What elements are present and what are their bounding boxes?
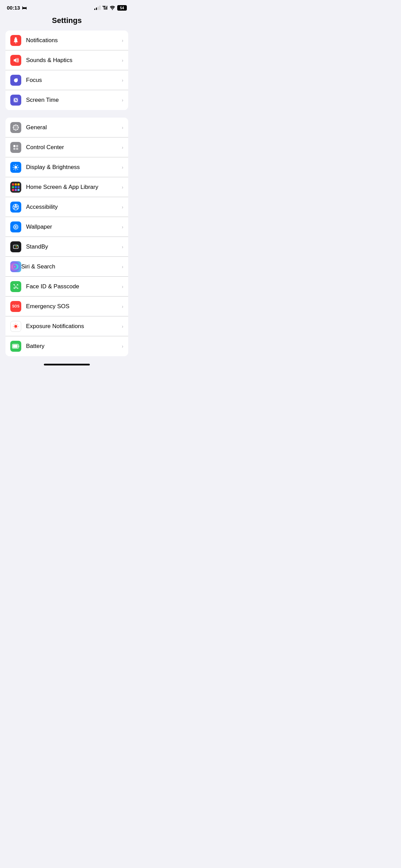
notifications-chevron: ›	[122, 38, 123, 43]
svg-point-26	[16, 286, 17, 286]
focus-label: Focus	[26, 77, 122, 84]
sos-icon: SOS	[10, 301, 21, 312]
svg-point-28	[14, 325, 17, 328]
svg-rect-1	[14, 41, 18, 42]
notifications-label: Notifications	[26, 37, 122, 44]
controlcenter-label: Control Center	[26, 144, 122, 151]
sounds-chevron: ›	[122, 58, 123, 63]
status-icons: 📶︎ 54	[94, 5, 127, 11]
signal-icon	[94, 5, 100, 10]
svg-point-36	[17, 327, 18, 328]
svg-point-35	[14, 327, 14, 328]
wifi-icon: 📶︎	[102, 5, 108, 11]
svg-point-34	[17, 324, 18, 325]
general-item[interactable]: General ›	[5, 118, 128, 137]
siri-label: Siri & Search	[21, 263, 122, 270]
settings-group-1: Notifications › Sounds & Haptics › Focus…	[5, 31, 128, 110]
homescreen-item[interactable]: Home Screen & App Library ›	[5, 177, 128, 197]
faceid-icon	[10, 281, 21, 292]
sos-item[interactable]: SOS Emergency SOS ›	[5, 297, 128, 316]
exposure-label: Exposure Notifications	[26, 323, 122, 330]
svg-point-29	[15, 324, 16, 324]
svg-point-25	[15, 286, 15, 286]
faceid-chevron: ›	[122, 284, 123, 289]
accessibility-icon	[10, 202, 21, 213]
svg-rect-14	[16, 148, 18, 150]
screentime-chevron: ›	[122, 97, 123, 103]
siri-icon	[10, 261, 21, 272]
battery-status: 54	[117, 5, 127, 11]
battery-item[interactable]: Battery ›	[5, 336, 128, 356]
battery-chevron: ›	[122, 343, 123, 349]
status-bar: 00:13 🛏 📶︎ 54	[0, 0, 134, 13]
status-time-area: 00:13 🛏	[7, 5, 27, 11]
siri-item[interactable]: Siri & Search ›	[5, 257, 128, 277]
display-label: Display & Brightness	[26, 164, 122, 171]
svg-point-15	[14, 166, 17, 169]
display-chevron: ›	[122, 165, 123, 170]
svg-point-31	[13, 326, 14, 327]
standby-chevron: ›	[122, 244, 123, 250]
exposure-item[interactable]: Exposure Notifications ›	[5, 316, 128, 336]
homescreen-label: Home Screen & App Library	[26, 184, 122, 191]
time-display: 00:13	[7, 5, 20, 11]
svg-point-33	[14, 324, 14, 325]
siri-chevron: ›	[122, 264, 123, 269]
sos-label: Emergency SOS	[26, 303, 122, 310]
battery-icon	[10, 341, 21, 352]
display-item[interactable]: Display & Brightness ›	[5, 157, 128, 177]
svg-point-10	[15, 126, 17, 128]
homescreen-icon	[10, 182, 21, 193]
general-chevron: ›	[122, 125, 123, 130]
wallpaper-item[interactable]: Wallpaper ›	[5, 217, 128, 237]
exposure-icon	[10, 321, 21, 332]
screentime-label: Screen Time	[26, 97, 122, 104]
standby-icon	[10, 241, 21, 252]
focus-icon	[10, 75, 21, 86]
notifications-icon	[10, 35, 21, 46]
svg-rect-38	[13, 345, 18, 348]
controlcenter-item[interactable]: Control Center ›	[5, 137, 128, 157]
svg-point-16	[15, 204, 16, 206]
page-title: Settings	[0, 13, 134, 31]
accessibility-chevron: ›	[122, 204, 123, 210]
svg-point-0	[112, 9, 113, 10]
controlcenter-chevron: ›	[122, 145, 123, 150]
controlcenter-icon	[10, 142, 21, 153]
svg-point-2	[15, 42, 16, 43]
focus-item[interactable]: Focus ›	[5, 70, 128, 90]
svg-rect-11	[13, 145, 15, 147]
general-icon	[10, 122, 21, 133]
wallpaper-icon	[10, 221, 21, 232]
standby-item[interactable]: StandBy ›	[5, 237, 128, 257]
sounds-item[interactable]: Sounds & Haptics ›	[5, 50, 128, 70]
wallpaper-chevron: ›	[122, 224, 123, 230]
focus-chevron: ›	[122, 77, 123, 83]
svg-point-32	[18, 326, 19, 327]
accessibility-item[interactable]: Accessibility ›	[5, 197, 128, 217]
screentime-item[interactable]: Screen Time ›	[5, 90, 128, 110]
svg-point-30	[15, 328, 16, 329]
svg-rect-13	[13, 148, 15, 150]
exposure-chevron: ›	[122, 324, 123, 329]
svg-point-19	[15, 226, 16, 228]
sos-chevron: ›	[122, 304, 123, 309]
svg-rect-12	[16, 145, 18, 147]
svg-point-23	[17, 245, 18, 246]
svg-point-24	[13, 264, 19, 269]
home-indicator	[44, 364, 90, 365]
sounds-label: Sounds & Haptics	[26, 57, 122, 64]
faceid-label: Face ID & Passcode	[26, 283, 122, 290]
settings-group-2: General › Control Center › Display & Bri…	[5, 118, 128, 356]
notifications-item[interactable]: Notifications ›	[5, 31, 128, 50]
display-icon	[10, 162, 21, 173]
wallpaper-label: Wallpaper	[26, 224, 122, 230]
accessibility-label: Accessibility	[26, 204, 122, 210]
wifi-icon	[110, 5, 115, 10]
screentime-icon	[10, 95, 21, 106]
standby-label: StandBy	[26, 243, 122, 250]
homescreen-chevron: ›	[122, 184, 123, 190]
general-label: General	[26, 124, 122, 131]
sleep-icon: 🛏	[22, 5, 27, 11]
faceid-item[interactable]: Face ID & Passcode ›	[5, 277, 128, 297]
